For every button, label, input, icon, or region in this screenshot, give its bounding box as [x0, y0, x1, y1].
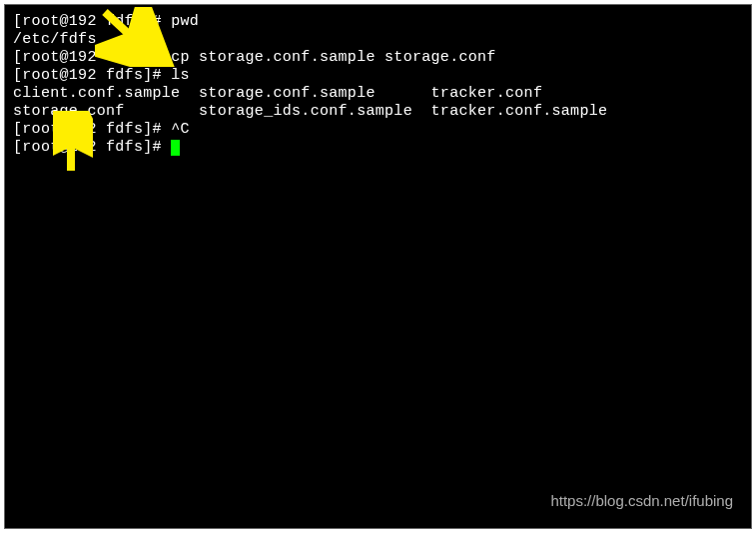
command-text: ^C: [171, 121, 190, 138]
terminal-line: [root@192 fdfs]# ls: [13, 67, 743, 85]
output-text: storage.conf storage_ids.conf.sample tra…: [13, 103, 607, 120]
terminal-line: /etc/fdfs: [13, 31, 743, 49]
terminal-line: client.conf.sample storage.conf.sample t…: [13, 85, 743, 103]
command-text: pwd: [171, 13, 199, 30]
shell-prompt: [root@192 fdfs]#: [13, 139, 171, 156]
terminal-line: [root@192 fdfs]#: [13, 139, 743, 157]
output-text: client.conf.sample storage.conf.sample t…: [13, 85, 542, 102]
terminal-line: [root@192 fdfs]# ^C: [13, 121, 743, 139]
watermark-text: https://blog.csdn.net/ifubing: [550, 492, 733, 510]
shell-prompt: [root@192 fdfs]#: [13, 67, 171, 84]
command-text: ls: [171, 67, 190, 84]
shell-prompt: [root@192 fdfs]#: [13, 121, 171, 138]
shell-prompt: [root@192 fdfs]#: [13, 13, 171, 30]
terminal-window[interactable]: [root@192 fdfs]# pwd /etc/fdfs [root@192…: [4, 4, 752, 529]
shell-prompt: [root@192 fdfs]#: [13, 49, 171, 66]
terminal-line: [root@192 fdfs]# cp storage.conf.sample …: [13, 49, 743, 67]
terminal-line: [root@192 fdfs]# pwd: [13, 13, 743, 31]
output-text: /etc/fdfs: [13, 31, 97, 48]
terminal-line: storage.conf storage_ids.conf.sample tra…: [13, 103, 743, 121]
cursor-block: [171, 140, 180, 156]
command-text: cp storage.conf.sample storage.conf: [171, 49, 496, 66]
